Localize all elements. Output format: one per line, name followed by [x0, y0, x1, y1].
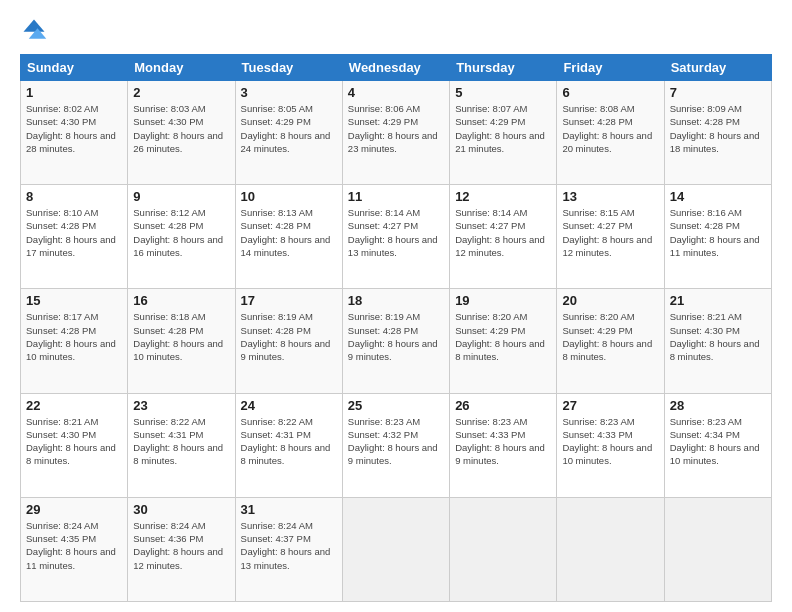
week-row-2: 8Sunrise: 8:10 AMSunset: 4:28 PMDaylight…	[21, 185, 772, 289]
day-number: 9	[133, 189, 229, 204]
header-day-sunday: Sunday	[21, 55, 128, 81]
day-cell: 10Sunrise: 8:13 AMSunset: 4:28 PMDayligh…	[235, 185, 342, 289]
week-row-1: 1Sunrise: 8:02 AMSunset: 4:30 PMDaylight…	[21, 81, 772, 185]
day-cell: 25Sunrise: 8:23 AMSunset: 4:32 PMDayligh…	[342, 393, 449, 497]
header	[20, 16, 772, 44]
day-info: Sunrise: 8:12 AMSunset: 4:28 PMDaylight:…	[133, 206, 229, 259]
day-cell: 18Sunrise: 8:19 AMSunset: 4:28 PMDayligh…	[342, 289, 449, 393]
day-info: Sunrise: 8:19 AMSunset: 4:28 PMDaylight:…	[348, 310, 444, 363]
day-cell: 4Sunrise: 8:06 AMSunset: 4:29 PMDaylight…	[342, 81, 449, 185]
day-number: 12	[455, 189, 551, 204]
day-info: Sunrise: 8:21 AMSunset: 4:30 PMDaylight:…	[670, 310, 766, 363]
day-cell: 23Sunrise: 8:22 AMSunset: 4:31 PMDayligh…	[128, 393, 235, 497]
day-cell: 8Sunrise: 8:10 AMSunset: 4:28 PMDaylight…	[21, 185, 128, 289]
day-cell	[342, 497, 449, 601]
day-number: 10	[241, 189, 337, 204]
day-number: 13	[562, 189, 658, 204]
day-cell: 20Sunrise: 8:20 AMSunset: 4:29 PMDayligh…	[557, 289, 664, 393]
day-info: Sunrise: 8:03 AMSunset: 4:30 PMDaylight:…	[133, 102, 229, 155]
day-info: Sunrise: 8:21 AMSunset: 4:30 PMDaylight:…	[26, 415, 122, 468]
day-number: 28	[670, 398, 766, 413]
day-info: Sunrise: 8:10 AMSunset: 4:28 PMDaylight:…	[26, 206, 122, 259]
day-number: 7	[670, 85, 766, 100]
day-info: Sunrise: 8:22 AMSunset: 4:31 PMDaylight:…	[133, 415, 229, 468]
day-cell: 31Sunrise: 8:24 AMSunset: 4:37 PMDayligh…	[235, 497, 342, 601]
day-info: Sunrise: 8:20 AMSunset: 4:29 PMDaylight:…	[455, 310, 551, 363]
header-day-thursday: Thursday	[450, 55, 557, 81]
day-cell: 15Sunrise: 8:17 AMSunset: 4:28 PMDayligh…	[21, 289, 128, 393]
page: SundayMondayTuesdayWednesdayThursdayFrid…	[0, 0, 792, 612]
week-row-3: 15Sunrise: 8:17 AMSunset: 4:28 PMDayligh…	[21, 289, 772, 393]
day-number: 6	[562, 85, 658, 100]
day-number: 8	[26, 189, 122, 204]
day-number: 2	[133, 85, 229, 100]
day-info: Sunrise: 8:07 AMSunset: 4:29 PMDaylight:…	[455, 102, 551, 155]
day-number: 31	[241, 502, 337, 517]
day-cell: 29Sunrise: 8:24 AMSunset: 4:35 PMDayligh…	[21, 497, 128, 601]
day-cell: 22Sunrise: 8:21 AMSunset: 4:30 PMDayligh…	[21, 393, 128, 497]
day-info: Sunrise: 8:06 AMSunset: 4:29 PMDaylight:…	[348, 102, 444, 155]
logo	[20, 16, 52, 44]
day-cell: 13Sunrise: 8:15 AMSunset: 4:27 PMDayligh…	[557, 185, 664, 289]
day-number: 26	[455, 398, 551, 413]
day-number: 1	[26, 85, 122, 100]
logo-icon	[20, 16, 48, 44]
calendar-body: 1Sunrise: 8:02 AMSunset: 4:30 PMDaylight…	[21, 81, 772, 602]
day-info: Sunrise: 8:24 AMSunset: 4:37 PMDaylight:…	[241, 519, 337, 572]
header-day-tuesday: Tuesday	[235, 55, 342, 81]
header-day-friday: Friday	[557, 55, 664, 81]
week-row-5: 29Sunrise: 8:24 AMSunset: 4:35 PMDayligh…	[21, 497, 772, 601]
day-cell: 5Sunrise: 8:07 AMSunset: 4:29 PMDaylight…	[450, 81, 557, 185]
day-number: 23	[133, 398, 229, 413]
day-cell: 16Sunrise: 8:18 AMSunset: 4:28 PMDayligh…	[128, 289, 235, 393]
day-number: 21	[670, 293, 766, 308]
header-day-saturday: Saturday	[664, 55, 771, 81]
day-number: 4	[348, 85, 444, 100]
day-cell: 6Sunrise: 8:08 AMSunset: 4:28 PMDaylight…	[557, 81, 664, 185]
day-number: 5	[455, 85, 551, 100]
day-cell	[557, 497, 664, 601]
day-number: 11	[348, 189, 444, 204]
day-number: 22	[26, 398, 122, 413]
day-cell: 30Sunrise: 8:24 AMSunset: 4:36 PMDayligh…	[128, 497, 235, 601]
day-info: Sunrise: 8:13 AMSunset: 4:28 PMDaylight:…	[241, 206, 337, 259]
day-cell: 11Sunrise: 8:14 AMSunset: 4:27 PMDayligh…	[342, 185, 449, 289]
day-cell: 27Sunrise: 8:23 AMSunset: 4:33 PMDayligh…	[557, 393, 664, 497]
day-cell: 9Sunrise: 8:12 AMSunset: 4:28 PMDaylight…	[128, 185, 235, 289]
day-cell: 21Sunrise: 8:21 AMSunset: 4:30 PMDayligh…	[664, 289, 771, 393]
day-number: 3	[241, 85, 337, 100]
day-info: Sunrise: 8:24 AMSunset: 4:35 PMDaylight:…	[26, 519, 122, 572]
day-info: Sunrise: 8:02 AMSunset: 4:30 PMDaylight:…	[26, 102, 122, 155]
day-number: 25	[348, 398, 444, 413]
day-number: 19	[455, 293, 551, 308]
day-info: Sunrise: 8:22 AMSunset: 4:31 PMDaylight:…	[241, 415, 337, 468]
week-row-4: 22Sunrise: 8:21 AMSunset: 4:30 PMDayligh…	[21, 393, 772, 497]
day-info: Sunrise: 8:20 AMSunset: 4:29 PMDaylight:…	[562, 310, 658, 363]
day-info: Sunrise: 8:23 AMSunset: 4:34 PMDaylight:…	[670, 415, 766, 468]
day-info: Sunrise: 8:24 AMSunset: 4:36 PMDaylight:…	[133, 519, 229, 572]
day-cell: 14Sunrise: 8:16 AMSunset: 4:28 PMDayligh…	[664, 185, 771, 289]
day-cell: 12Sunrise: 8:14 AMSunset: 4:27 PMDayligh…	[450, 185, 557, 289]
day-cell: 7Sunrise: 8:09 AMSunset: 4:28 PMDaylight…	[664, 81, 771, 185]
day-info: Sunrise: 8:14 AMSunset: 4:27 PMDaylight:…	[455, 206, 551, 259]
day-cell: 17Sunrise: 8:19 AMSunset: 4:28 PMDayligh…	[235, 289, 342, 393]
day-number: 17	[241, 293, 337, 308]
header-row: SundayMondayTuesdayWednesdayThursdayFrid…	[21, 55, 772, 81]
calendar-header: SundayMondayTuesdayWednesdayThursdayFrid…	[21, 55, 772, 81]
day-info: Sunrise: 8:08 AMSunset: 4:28 PMDaylight:…	[562, 102, 658, 155]
day-info: Sunrise: 8:23 AMSunset: 4:33 PMDaylight:…	[455, 415, 551, 468]
day-info: Sunrise: 8:23 AMSunset: 4:32 PMDaylight:…	[348, 415, 444, 468]
day-number: 27	[562, 398, 658, 413]
day-info: Sunrise: 8:15 AMSunset: 4:27 PMDaylight:…	[562, 206, 658, 259]
day-number: 15	[26, 293, 122, 308]
day-cell	[664, 497, 771, 601]
day-number: 18	[348, 293, 444, 308]
day-cell: 2Sunrise: 8:03 AMSunset: 4:30 PMDaylight…	[128, 81, 235, 185]
calendar-table: SundayMondayTuesdayWednesdayThursdayFrid…	[20, 54, 772, 602]
day-cell: 19Sunrise: 8:20 AMSunset: 4:29 PMDayligh…	[450, 289, 557, 393]
day-info: Sunrise: 8:23 AMSunset: 4:33 PMDaylight:…	[562, 415, 658, 468]
day-info: Sunrise: 8:18 AMSunset: 4:28 PMDaylight:…	[133, 310, 229, 363]
svg-marker-0	[24, 20, 45, 32]
day-info: Sunrise: 8:16 AMSunset: 4:28 PMDaylight:…	[670, 206, 766, 259]
day-cell: 1Sunrise: 8:02 AMSunset: 4:30 PMDaylight…	[21, 81, 128, 185]
